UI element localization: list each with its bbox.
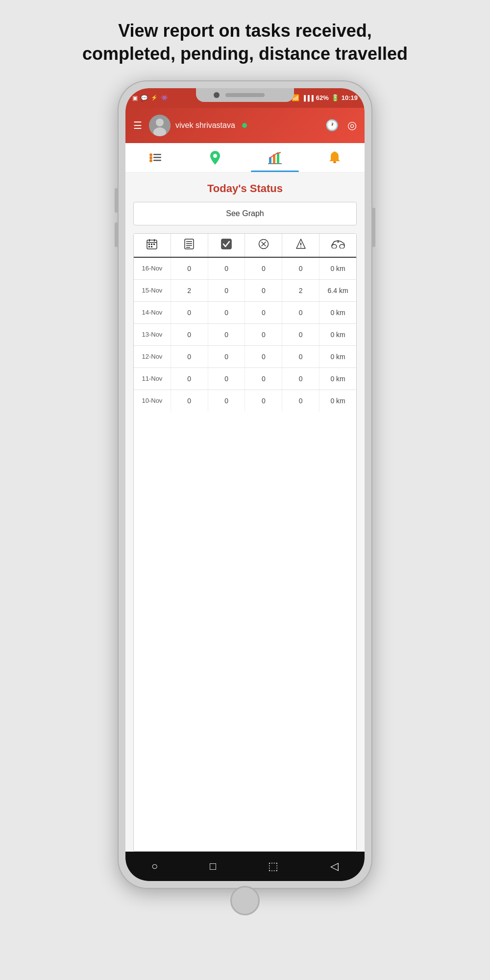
header-action-icons: 🕐 ◎ (325, 119, 357, 132)
cell-received: 0 (171, 390, 208, 412)
cell-distance: 0 km (319, 390, 356, 412)
cell-date: 15-Nov (134, 280, 171, 301)
phone-frame: ▣ 💬 ⚡ 👾 ⏰ 📶 ▐▐▐ 62% 🔋 10:19 ☰ (118, 80, 372, 889)
svg-rect-27 (186, 243, 192, 244)
status-message-icon: 💬 (141, 95, 148, 101)
power-button (372, 208, 375, 247)
cell-completed: 0 (208, 302, 245, 323)
avatar-image (149, 115, 171, 136)
speaker (225, 93, 265, 97)
svg-rect-29 (186, 247, 190, 248)
data-table: 16-Nov 0 0 0 0 0 km 15-Nov 2 0 0 2 6.4 k… (133, 233, 357, 852)
cell-cancelled: 0 (245, 324, 282, 345)
cell-distance: 0 km (319, 302, 356, 323)
svg-point-38 (332, 245, 337, 248)
cell-pending: 0 (282, 346, 319, 368)
svg-point-5 (149, 159, 152, 162)
location-target-icon[interactable]: ◎ (347, 119, 357, 132)
tab-chart[interactable] (245, 143, 305, 172)
cell-received: 0 (171, 324, 208, 345)
header-distance (319, 234, 356, 257)
table-row: 11-Nov 0 0 0 0 0 km (134, 368, 356, 390)
cell-cancelled: 0 (245, 280, 282, 301)
app-header: ☰ vivek shrivastava (125, 108, 365, 143)
cell-received: 0 (171, 368, 208, 390)
svg-rect-6 (153, 154, 161, 155)
cell-date: 12-Nov (134, 346, 171, 368)
cell-received: 0 (171, 258, 208, 279)
svg-rect-18 (149, 239, 150, 242)
hamburger-menu-icon[interactable]: ☰ (133, 120, 142, 131)
svg-rect-21 (151, 244, 152, 245)
cell-completed: 0 (208, 390, 245, 412)
page-title: View report on tasks received, completed… (74, 20, 416, 66)
user-name-label: vivek shrivastava (175, 121, 235, 130)
cell-completed: 0 (208, 258, 245, 279)
svg-rect-14 (333, 161, 336, 163)
map-tab-icon (209, 151, 221, 168)
header-received (171, 234, 208, 257)
recent-nav-button[interactable]: □ (210, 860, 216, 873)
svg-rect-19 (154, 239, 155, 242)
svg-rect-12 (277, 152, 279, 163)
navigation-tabs (125, 143, 365, 172)
tab-tasks[interactable] (125, 143, 185, 172)
table-row: 14-Nov 0 0 0 0 0 km (134, 302, 356, 324)
svg-rect-7 (153, 157, 161, 158)
battery-icon: 🔋 (331, 94, 339, 101)
cell-received: 0 (171, 302, 208, 323)
vol-down-button (115, 222, 118, 247)
cell-distance: 0 km (319, 368, 356, 390)
table-row: 13-Nov 0 0 0 0 0 km (134, 324, 356, 346)
svg-rect-37 (300, 246, 301, 247)
svg-rect-28 (186, 245, 192, 246)
bell-tab-icon (328, 151, 341, 168)
cell-date: 10-Nov (134, 390, 171, 412)
clock-icon[interactable]: 🕐 (325, 119, 339, 132)
svg-rect-26 (186, 241, 192, 242)
multiwindow-nav-button[interactable]: ⬚ (268, 860, 278, 873)
tasks-tab-icon (148, 152, 162, 166)
cell-distance: 0 km (319, 346, 356, 368)
cell-completed: 0 (208, 368, 245, 390)
table-row: 12-Nov 0 0 0 0 0 km (134, 346, 356, 368)
avatar (149, 115, 171, 136)
cell-date: 13-Nov (134, 324, 171, 345)
phone-inner: ▣ 💬 ⚡ 👾 ⏰ 📶 ▐▐▐ 62% 🔋 10:19 ☰ (125, 88, 365, 881)
cell-pending: 0 (282, 368, 319, 390)
phone-top-bar (196, 88, 294, 102)
phone-screen: ▣ 💬 ⚡ 👾 ⏰ 📶 ▐▐▐ 62% 🔋 10:19 ☰ (125, 88, 365, 881)
phone-home-button[interactable] (230, 886, 260, 915)
online-status-dot (242, 123, 247, 128)
table-header (134, 234, 356, 258)
home-nav-button[interactable]: ○ (151, 860, 158, 873)
svg-rect-20 (148, 244, 150, 245)
section-title: Today's Status (125, 182, 365, 195)
cell-pending: 0 (282, 324, 319, 345)
front-camera (214, 92, 220, 98)
cell-completed: 0 (208, 280, 245, 301)
svg-rect-23 (148, 246, 150, 247)
svg-point-1 (156, 119, 164, 126)
cell-distance: 0 km (319, 258, 356, 279)
svg-rect-8 (153, 160, 161, 161)
back-nav-button[interactable]: ◁ (330, 860, 339, 873)
chart-tab-icon (268, 151, 282, 167)
time-display: 10:19 (342, 94, 358, 101)
cell-received: 2 (171, 280, 208, 301)
tab-map[interactable] (185, 143, 245, 172)
svg-rect-36 (300, 243, 301, 245)
svg-rect-24 (151, 246, 152, 247)
cell-cancelled: 0 (245, 302, 282, 323)
svg-rect-17 (147, 242, 157, 243)
table-row: 16-Nov 0 0 0 0 0 km (134, 258, 356, 280)
cell-completed: 0 (208, 324, 245, 345)
svg-point-4 (149, 156, 152, 159)
tab-notifications[interactable] (305, 143, 365, 172)
cell-distance: 0 km (319, 324, 356, 345)
cell-cancelled: 0 (245, 346, 282, 368)
cell-date: 14-Nov (134, 302, 171, 323)
status-debug-icon: 👾 (161, 95, 168, 101)
cell-date: 11-Nov (134, 368, 171, 390)
see-graph-button[interactable]: See Graph (133, 202, 357, 225)
